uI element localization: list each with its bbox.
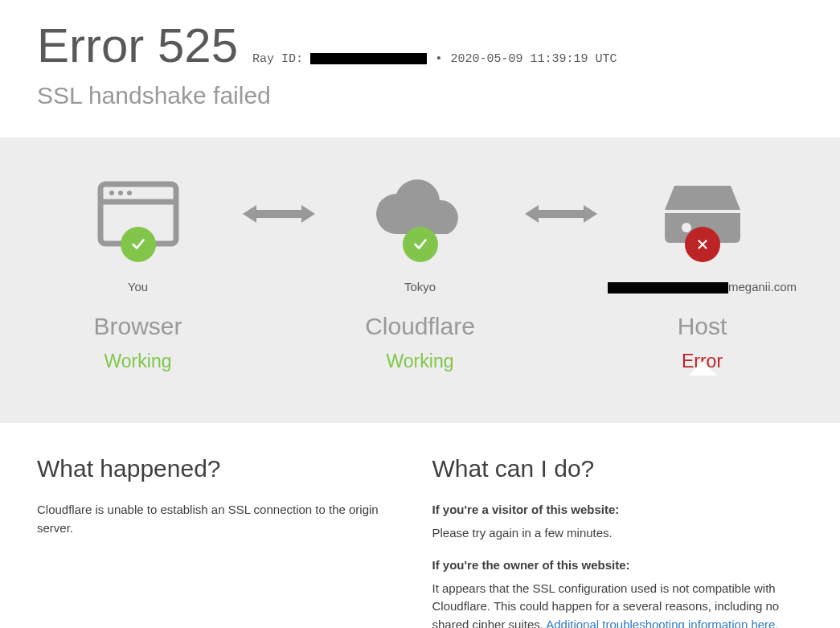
error-badge-icon	[685, 227, 720, 262]
error-subtitle: SSL handshake failed	[37, 77, 803, 113]
ray-id-redacted	[310, 53, 427, 64]
browser-status: Working	[37, 347, 239, 376]
body-section: What happened? Cloudflare is unable to e…	[0, 423, 840, 628]
svg-point-2	[109, 191, 114, 195]
owner-body: It appears that the SSL configuration us…	[432, 580, 804, 629]
status-col-cloudflare: Tokyo Cloudflare Working	[319, 178, 521, 375]
host-domain-suffix: meganii.com	[728, 280, 797, 293]
svg-point-4	[127, 191, 132, 195]
host-redacted	[608, 282, 728, 293]
what-happened-body: Cloudflare is unable to establish an SSL…	[37, 501, 408, 537]
what-happened-title: What happened?	[37, 450, 408, 486]
browser-desc: Browser	[37, 308, 239, 344]
host-notch-icon	[686, 359, 719, 376]
status-band: You Browser Working Tokyo Cloudflare	[0, 138, 840, 423]
visitor-body: Please try again in a few minutes.	[432, 524, 804, 543]
visitor-heading: If you're a visitor of this website:	[432, 501, 804, 519]
browser-location: You	[37, 278, 239, 297]
browser-icon	[78, 178, 199, 254]
host-location: meganii.com	[601, 278, 803, 297]
ray-id-wrap: Ray ID:	[252, 49, 427, 69]
cloudflare-desc: Cloudflare	[319, 308, 521, 344]
what-happened-col: What happened? Cloudflare is unable to e…	[37, 450, 408, 628]
error-code: Error 525	[37, 19, 238, 72]
svg-rect-5	[665, 210, 740, 213]
server-icon	[642, 178, 763, 254]
troubleshooting-link[interactable]: Additional troubleshooting information h…	[546, 618, 778, 629]
status-col-browser: You Browser Working	[37, 178, 239, 375]
timestamp: 2020-05-09 11:39:19 UTC	[450, 51, 617, 69]
cloud-icon	[360, 178, 481, 254]
arrow-icon	[239, 178, 319, 226]
what-can-i-do-col: What can I do? If you're a visitor of th…	[432, 450, 804, 628]
owner-heading: If you're the owner of this website:	[432, 556, 804, 575]
what-can-i-do-title: What can I do?	[432, 450, 804, 486]
status-col-host: meganii.com Host Error	[601, 178, 803, 375]
separator-bullet: •	[436, 49, 440, 68]
cloudflare-status: Working	[319, 347, 521, 376]
error-header: Error 525 Ray ID: • 2020-05-09 11:39:19 …	[0, 0, 840, 138]
ray-id-label: Ray ID:	[252, 52, 310, 66]
svg-point-3	[118, 191, 123, 195]
host-desc: Host	[601, 308, 803, 344]
arrow-icon	[521, 178, 601, 226]
cloudflare-location: Tokyo	[319, 278, 521, 297]
check-badge-icon	[121, 227, 156, 262]
check-badge-icon	[403, 227, 438, 262]
